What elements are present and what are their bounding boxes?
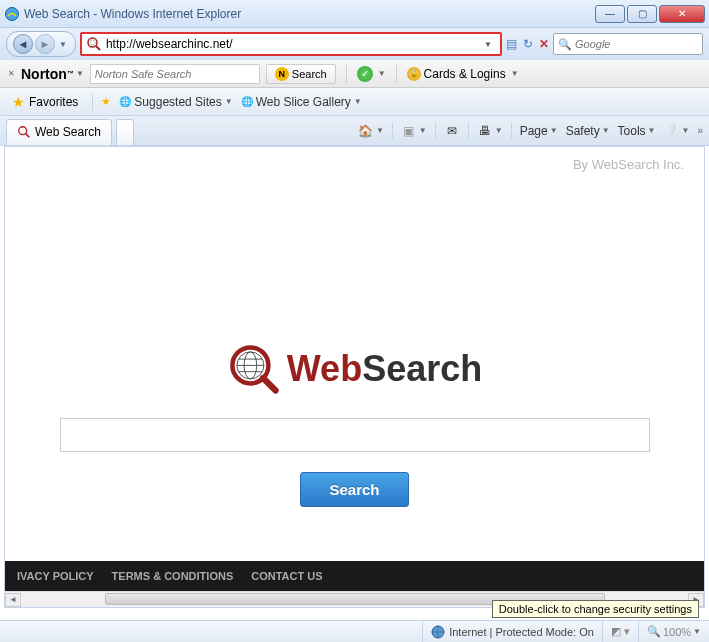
page-content: By WebSearch Inc. WebSearch Search IVACY…: [4, 146, 705, 608]
read-mail-button[interactable]: ✉: [444, 123, 460, 139]
globe-magnifier-icon: [227, 342, 281, 396]
web-slice-gallery-link[interactable]: 🌐 Web Slice Gallery ▼: [241, 95, 362, 109]
norton-logo[interactable]: Norton™ ▼: [21, 66, 84, 82]
help-button[interactable]: ❔▼: [664, 123, 690, 139]
back-button[interactable]: ◄: [13, 34, 33, 54]
favorites-button[interactable]: ★ Favorites: [6, 92, 84, 112]
safety-menu[interactable]: Safety▼: [566, 124, 610, 138]
site-icon: [86, 36, 102, 52]
separator: [92, 93, 93, 111]
search-icon: 🔍: [558, 38, 572, 51]
footer-privacy-link[interactable]: IVACY POLICY: [17, 570, 94, 582]
norton-toolbar: ✕ Norton™ ▼ N Search ✓ ▼ 🔒 Cards & Login…: [0, 60, 709, 88]
separator: [511, 123, 512, 139]
globe-icon: [431, 625, 445, 639]
address-bar-buttons: ▤ ↻ ✕: [506, 37, 549, 51]
chevron-down-icon: ▼: [225, 97, 233, 106]
lock-icon: 🔒: [407, 67, 421, 81]
websearch-logo: WebSearch: [227, 342, 482, 396]
minimize-button[interactable]: —: [595, 5, 625, 23]
separator: [435, 123, 436, 139]
main-search-input[interactable]: [60, 418, 650, 452]
logo-web-text: Web: [287, 348, 362, 389]
print-icon: 🖶: [477, 123, 493, 139]
attribution-text: By WebSearch Inc.: [5, 147, 704, 182]
window-controls: — ▢ ✕: [595, 5, 705, 23]
add-to-favorites-bar[interactable]: ★: [101, 95, 111, 108]
chevron-down-icon: ▼: [419, 126, 427, 135]
logo-search-text: Search: [362, 348, 482, 389]
zoom-control[interactable]: 🔍 100% ▼: [638, 621, 709, 642]
status-icons[interactable]: ◩ ▾: [602, 621, 638, 642]
cards-logins-dropdown[interactable]: ▼: [511, 69, 519, 78]
star-icon: ★: [12, 94, 25, 110]
tools-label: Tools: [618, 124, 646, 138]
norton-menu-dropdown[interactable]: ▼: [76, 69, 84, 78]
norton-safe-indicator[interactable]: ✓ ▼: [357, 66, 386, 82]
separator: [392, 123, 393, 139]
url-input[interactable]: [106, 37, 480, 51]
norton-search-input[interactable]: [95, 68, 255, 80]
separator: [396, 65, 397, 83]
address-dropdown[interactable]: ▼: [480, 40, 496, 49]
rss-icon: ▣: [401, 123, 417, 139]
svg-point-2: [90, 40, 95, 45]
scroll-left-button[interactable]: ◄: [5, 593, 21, 607]
web-slice-label: Web Slice Gallery: [256, 95, 351, 109]
norton-brand-text: Norton: [21, 66, 67, 82]
browser-search-input[interactable]: [575, 38, 698, 50]
forward-button[interactable]: ►: [35, 34, 55, 54]
separator: [468, 123, 469, 139]
page-icon: 🌐: [119, 96, 131, 107]
page-icon: 🌐: [241, 96, 253, 107]
norton-search-button[interactable]: N Search: [266, 64, 336, 84]
norton-n-icon: N: [275, 67, 289, 81]
nav-buttons: ◄ ► ▼: [6, 31, 76, 57]
tools-menu[interactable]: Tools▼: [618, 124, 656, 138]
refresh-icon[interactable]: ↻: [523, 37, 533, 51]
print-button[interactable]: 🖶▼: [477, 123, 503, 139]
chevron-down-icon: ▼: [648, 126, 656, 135]
suggested-sites-link[interactable]: 🌐 Suggested Sites ▼: [119, 95, 232, 109]
tab-row: Web Search 🏠▼ ▣▼ ✉ 🖶▼ Page▼ Safety▼ Tool…: [0, 116, 709, 146]
stop-icon[interactable]: ✕: [539, 37, 549, 51]
footer-contact-link[interactable]: CONTACT US: [251, 570, 322, 582]
tab-web-search[interactable]: Web Search: [6, 119, 112, 145]
ie-icon: [4, 6, 20, 22]
logo-text: WebSearch: [287, 348, 482, 390]
help-icon: ❔: [664, 123, 680, 139]
norton-search-box[interactable]: [90, 64, 260, 84]
chevron-down-icon: ▼: [354, 97, 362, 106]
home-button[interactable]: 🏠▼: [358, 123, 384, 139]
chevron-down-icon: ▼: [550, 126, 558, 135]
new-tab-button[interactable]: [116, 119, 134, 145]
feeds-button[interactable]: ▣▼: [401, 123, 427, 139]
address-box[interactable]: ▼: [80, 32, 502, 56]
command-bar: 🏠▼ ▣▼ ✉ 🖶▼ Page▼ Safety▼ Tools▼ ❔▼ »: [358, 123, 703, 139]
main-search-button[interactable]: Search: [300, 472, 408, 507]
cards-logins-button[interactable]: 🔒 Cards & Logins ▼: [407, 67, 519, 81]
tab-favicon: [17, 125, 31, 139]
compat-view-icon[interactable]: ▤: [506, 37, 517, 51]
page-menu[interactable]: Page▼: [520, 124, 558, 138]
browser-search-box[interactable]: 🔍: [553, 33, 703, 55]
star-small-icon: ★: [101, 95, 111, 108]
footer-terms-link[interactable]: TERMS & CONDITIONS: [112, 570, 234, 582]
overflow-chevron[interactable]: »: [697, 125, 703, 136]
norton-chevron-icon[interactable]: ✕: [8, 69, 15, 78]
search-center: WebSearch Search: [5, 342, 704, 507]
home-icon: 🏠: [358, 123, 374, 139]
window-title: Web Search - Windows Internet Explorer: [24, 7, 595, 21]
safe-dropdown[interactable]: ▼: [378, 69, 386, 78]
maximize-button[interactable]: ▢: [627, 5, 657, 23]
security-zone[interactable]: Internet | Protected Mode: On: [422, 621, 602, 642]
close-button[interactable]: ✕: [659, 5, 705, 23]
suggested-sites-label: Suggested Sites: [134, 95, 221, 109]
security-tooltip: Double-click to change security settings: [492, 600, 699, 618]
recent-dropdown[interactable]: ▼: [57, 40, 69, 49]
mail-icon: ✉: [444, 123, 460, 139]
zoom-icon: 🔍: [647, 625, 661, 638]
zone-text: Internet | Protected Mode: On: [449, 626, 594, 638]
page-label: Page: [520, 124, 548, 138]
status-bar: Internet | Protected Mode: On ◩ ▾ 🔍 100%…: [0, 620, 709, 642]
